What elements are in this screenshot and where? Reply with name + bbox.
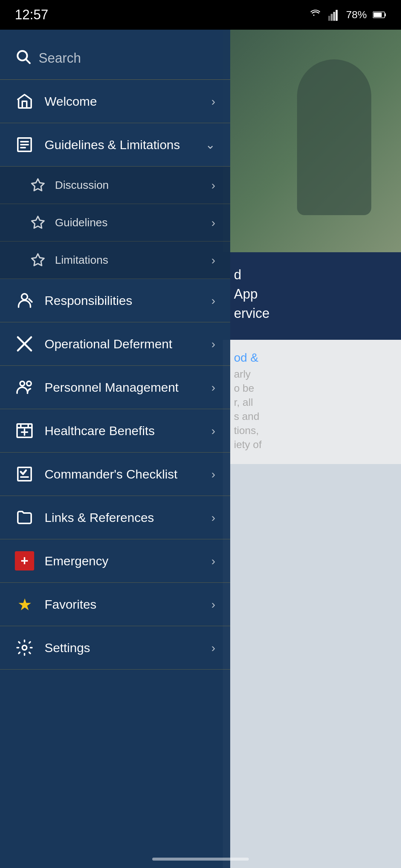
- responsibilities-label: Responsibilities: [45, 293, 132, 308]
- healthcare-benefits-arrow: ›: [211, 424, 215, 438]
- limitations-label: Limitations: [55, 254, 108, 266]
- svg-marker-15: [32, 216, 44, 228]
- bg-line-2: App: [234, 286, 390, 302]
- personnel-management-label: Personnel Management: [45, 380, 179, 395]
- sidebar-item-emergency[interactable]: + Emergency ›: [0, 539, 230, 583]
- healthcare-icon: [15, 421, 34, 440]
- svg-line-21: [18, 344, 25, 351]
- search-icon: [15, 48, 31, 68]
- wifi-icon: [309, 8, 322, 22]
- sidebar-item-operational-deferment[interactable]: Operational Deferment ›: [0, 322, 230, 366]
- search-container[interactable]: [0, 30, 230, 80]
- svg-line-20: [25, 337, 31, 344]
- emergency-icon: +: [15, 551, 34, 571]
- bg-gray-3: r, all: [234, 397, 390, 408]
- hero-image: [223, 30, 401, 252]
- people-icon: [15, 378, 34, 397]
- svg-rect-30: [18, 467, 31, 481]
- commanders-checklist-label: Commander's Checklist: [45, 467, 177, 481]
- healthcare-benefits-label: Healthcare Benefits: [45, 424, 155, 438]
- search-input[interactable]: [39, 50, 215, 66]
- responsibilities-arrow: ›: [211, 294, 215, 308]
- sidebar-item-welcome[interactable]: Welcome ›: [0, 80, 230, 123]
- links-references-label: Links & References: [45, 510, 154, 525]
- bg-line-1: d: [234, 267, 390, 283]
- bg-gray-6: iety of: [234, 439, 390, 451]
- welcome-arrow: ›: [211, 95, 215, 108]
- settings-arrow: ›: [211, 641, 215, 655]
- list-icon: [15, 135, 34, 154]
- svg-point-23: [27, 381, 31, 386]
- main-layout: d App ervice od & arly o be r, all s and…: [0, 30, 401, 868]
- guidelines-sub-arrow: ›: [211, 216, 215, 230]
- svg-point-0: [313, 14, 314, 16]
- personnel-management-arrow: ›: [211, 381, 215, 394]
- folder-icon: [15, 508, 34, 527]
- status-time: 12:57: [15, 7, 48, 23]
- sidebar-item-healthcare-benefits[interactable]: Healthcare Benefits ›: [0, 409, 230, 453]
- favorites-label: Favorites: [45, 597, 97, 612]
- settings-label: Settings: [45, 641, 90, 655]
- gear-icon: [15, 638, 34, 657]
- star-outline-icon-limitations: [30, 252, 46, 268]
- sidebar-item-guidelines[interactable]: Guidelines & Limitations ⌄: [0, 123, 230, 167]
- svg-marker-16: [32, 254, 44, 266]
- checklist-icon: [15, 464, 34, 484]
- svg-line-18: [29, 299, 32, 302]
- emergency-label: Emergency: [45, 554, 108, 568]
- svg-rect-1: [328, 16, 330, 21]
- sidebar-item-limitations[interactable]: Limitations ›: [0, 241, 230, 279]
- svg-point-32: [22, 645, 27, 650]
- star-outline-icon-discussion: [30, 177, 46, 193]
- sidebar-item-favorites[interactable]: ★ Favorites ›: [0, 583, 230, 626]
- svg-marker-14: [32, 179, 44, 191]
- bg-gray-4: s and: [234, 411, 390, 423]
- bg-gray-5: tions,: [234, 425, 390, 437]
- sidebar-item-personnel-management[interactable]: Personnel Management ›: [0, 366, 230, 409]
- guidelines-sub-label: Guidelines: [55, 216, 108, 229]
- sidebar-item-commanders-checklist[interactable]: Commander's Checklist ›: [0, 453, 230, 496]
- deferment-icon: [15, 334, 34, 354]
- bg-gray-1: arly: [234, 368, 390, 380]
- svg-rect-6: [385, 13, 386, 16]
- sidebar-item-guidelines-sub[interactable]: Guidelines ›: [0, 204, 230, 241]
- status-bar: 12:57 78%: [0, 0, 401, 30]
- svg-point-22: [20, 381, 25, 386]
- sidebar-item-responsibilities[interactable]: Responsibilities ›: [0, 279, 230, 322]
- star-filled-icon: ★: [15, 595, 34, 614]
- search-bar[interactable]: [15, 48, 215, 68]
- svg-rect-4: [336, 10, 338, 21]
- commanders-checklist-arrow: ›: [211, 467, 215, 481]
- guidelines-chevron-icon: ⌄: [205, 138, 215, 152]
- background-content: d App ervice od & arly o be r, all s and…: [223, 30, 401, 868]
- links-references-arrow: ›: [211, 511, 215, 525]
- person-icon: [15, 291, 34, 310]
- operational-deferment-arrow: ›: [211, 337, 215, 351]
- discussion-label: Discussion: [55, 179, 109, 191]
- signal-icon: [328, 9, 340, 21]
- home-icon: [15, 92, 34, 111]
- sidebar-item-settings[interactable]: Settings ›: [0, 626, 230, 670]
- navigation-drawer: Welcome › Guidelines & Limitations ⌄: [0, 30, 230, 868]
- star-outline-icon-guidelines: [30, 214, 46, 231]
- guidelines-label: Guidelines & Limitations: [45, 138, 180, 152]
- welcome-label: Welcome: [45, 94, 97, 109]
- emergency-cross-box: +: [15, 551, 34, 571]
- bg-text-section: d App ervice: [223, 252, 401, 340]
- svg-line-9: [26, 59, 30, 63]
- bg-link[interactable]: od &: [234, 351, 390, 365]
- limitations-arrow: ›: [211, 253, 215, 267]
- svg-rect-2: [331, 14, 333, 21]
- sidebar-item-discussion[interactable]: Discussion ›: [0, 167, 230, 204]
- sidebar-item-links-references[interactable]: Links & References ›: [0, 496, 230, 539]
- operational-deferment-label: Operational Deferment: [45, 337, 172, 351]
- battery-level: 78%: [346, 9, 367, 21]
- battery-icon: [373, 11, 386, 19]
- svg-point-17: [22, 294, 27, 300]
- status-icons: 78%: [309, 8, 386, 22]
- bg-gray-2: o be: [234, 382, 390, 394]
- svg-rect-7: [374, 13, 382, 17]
- emergency-arrow: ›: [211, 554, 215, 568]
- svg-rect-3: [333, 12, 335, 21]
- discussion-arrow: ›: [211, 178, 215, 192]
